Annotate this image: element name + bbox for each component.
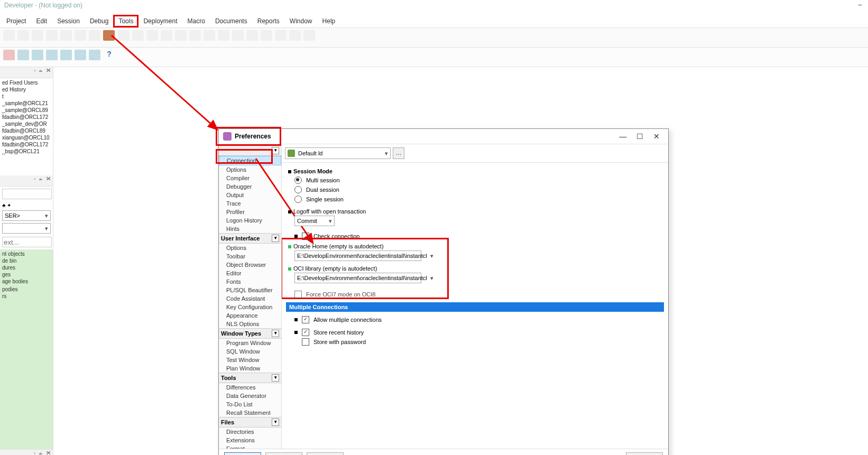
list-item[interactable]: _sample_dev@OR bbox=[1, 120, 52, 127]
tree-item-connection[interactable]: Connection bbox=[219, 156, 281, 165]
oracle-home-dropdown[interactable]: E:\DevelopEnvironment\oracleclientinstal… bbox=[294, 250, 421, 261]
tb-icon-13[interactable] bbox=[175, 30, 187, 41]
help-icon[interactable]: ? bbox=[103, 50, 115, 58]
menu-edit[interactable]: Edit bbox=[32, 16, 51, 26]
list-item[interactable]: age bodies bbox=[1, 278, 52, 285]
list-item[interactable]: nt objects bbox=[1, 250, 52, 257]
tree-item[interactable]: Profiler bbox=[219, 208, 281, 216]
tree-item[interactable]: Logon History bbox=[219, 216, 281, 225]
menu-reports[interactable]: Reports bbox=[253, 16, 284, 26]
tree-item[interactable]: Differences bbox=[219, 383, 281, 392]
tb-icon-3[interactable] bbox=[32, 30, 43, 41]
dlg-maximize-icon[interactable]: ☐ bbox=[632, 132, 647, 141]
logoff-dropdown[interactable]: Commit▾ bbox=[294, 216, 335, 226]
menu-session[interactable]: Session bbox=[53, 16, 84, 26]
list-item[interactable]: fdadbin@ORCL89 bbox=[1, 127, 52, 134]
tb2-icon-2[interactable] bbox=[17, 50, 29, 60]
pane-header-3[interactable]: ▫ ⫨ ✕ bbox=[0, 450, 53, 455]
dlg-minimize-icon[interactable]: — bbox=[615, 132, 630, 141]
tb-icon-18[interactable] bbox=[246, 30, 258, 41]
list-item[interactable]: ed Fixed Users bbox=[1, 79, 52, 86]
tb-icon-7[interactable] bbox=[89, 30, 100, 41]
list-item[interactable]: t bbox=[1, 93, 52, 100]
menu-project[interactable]: Project bbox=[2, 16, 30, 26]
tb-icon-5[interactable] bbox=[60, 30, 72, 41]
tb2-icon-6[interactable] bbox=[75, 50, 86, 60]
tb-icon-19[interactable] bbox=[261, 30, 272, 41]
list-item[interactable]: _bsp@ORCL21 bbox=[1, 148, 52, 155]
menu-debug[interactable]: Debug bbox=[86, 16, 113, 26]
menu-deployment[interactable]: Deployment bbox=[139, 16, 181, 26]
menu-documents[interactable]: Documents bbox=[211, 16, 252, 26]
tb-icon-20[interactable] bbox=[275, 30, 287, 41]
filter-input[interactable] bbox=[2, 237, 52, 247]
tree-item[interactable]: Object Browser bbox=[219, 261, 281, 269]
dlg-close-icon[interactable]: ✕ bbox=[649, 132, 664, 141]
menu-window[interactable]: Window bbox=[285, 16, 317, 26]
tree-item[interactable]: Code Assistant bbox=[219, 294, 281, 303]
tree-item[interactable]: Format bbox=[219, 444, 281, 449]
window-controls[interactable]: – bbox=[855, 1, 865, 8]
tree-item[interactable]: Options bbox=[219, 165, 281, 174]
tree-item[interactable]: NLS Options bbox=[219, 320, 281, 328]
tb-icon-9[interactable] bbox=[118, 30, 130, 41]
tree-cat-windowtypes[interactable]: Window Types▾ bbox=[219, 328, 281, 339]
list-item[interactable]: _sample@ORCL21 bbox=[1, 100, 52, 107]
search-input-1[interactable] bbox=[2, 189, 52, 199]
tb-icon-12[interactable] bbox=[161, 30, 172, 41]
profile-dropdown[interactable]: Default ld ▾ bbox=[285, 147, 391, 159]
list-item[interactable]: _sample@ORCL89 bbox=[1, 107, 52, 114]
preferences-tree[interactable]: ▾ Connection Options Compiler Debugger O… bbox=[219, 144, 282, 449]
list-item[interactable]: podies bbox=[1, 286, 52, 293]
tb2-icon-3[interactable] bbox=[32, 50, 43, 60]
tree-item[interactable]: Output bbox=[219, 191, 281, 199]
tree-cat-tools[interactable]: Tools▾ bbox=[219, 373, 281, 383]
tree-item[interactable]: Toolbar bbox=[219, 252, 281, 261]
tree-item[interactable]: Directories bbox=[219, 428, 281, 436]
tree-item[interactable]: Program Window bbox=[219, 339, 281, 347]
tree-item[interactable]: Fonts bbox=[219, 277, 281, 286]
list-item[interactable]: xianguan@ORCL10 bbox=[1, 134, 52, 141]
tb2-icon-5[interactable] bbox=[60, 50, 72, 60]
tb-icon-2[interactable] bbox=[17, 30, 29, 41]
menu-help[interactable]: Help bbox=[318, 16, 340, 26]
radio-multi-session[interactable] bbox=[294, 177, 302, 184]
profile-more-button[interactable]: … bbox=[393, 147, 404, 159]
list-item[interactable]: dures bbox=[1, 264, 52, 271]
tree-item[interactable]: To-Do List bbox=[219, 400, 281, 408]
check-force-oci7[interactable] bbox=[294, 291, 302, 298]
tb-icon-15[interactable] bbox=[204, 30, 215, 41]
tb-icon-highlighted[interactable] bbox=[103, 30, 115, 41]
tb2-icon-7[interactable] bbox=[89, 50, 100, 60]
pane-header-2[interactable]: ▫ ⫨ ✕ bbox=[0, 175, 53, 187]
list-item[interactable]: fdadbin@ORCL172 bbox=[1, 114, 52, 120]
filter-dropdown[interactable]: ▾ bbox=[2, 223, 51, 234]
menu-macro[interactable]: Macro bbox=[183, 16, 209, 26]
cancel-button[interactable]: Cancel bbox=[265, 452, 302, 455]
tree-cat-ui[interactable]: User Interface▾ bbox=[219, 233, 281, 244]
connections-list[interactable]: ed Fixed Users ed History t _sample@ORCL… bbox=[0, 78, 53, 175]
apply-button[interactable]: Apply bbox=[307, 452, 344, 455]
help-button[interactable]: Help bbox=[626, 452, 663, 455]
menu-tools[interactable]: Tools bbox=[114, 16, 137, 26]
tree-item[interactable]: Options bbox=[219, 244, 281, 252]
tree-item[interactable]: SQL Window bbox=[219, 347, 281, 356]
tb-icon-6[interactable] bbox=[75, 30, 86, 41]
tree-item[interactable]: Editor bbox=[219, 269, 281, 277]
tree-item[interactable]: Key Configuration bbox=[219, 303, 281, 311]
dialog-title-bar[interactable]: Preferences — ☐ ✕ bbox=[219, 129, 668, 144]
radio-dual-session[interactable] bbox=[294, 186, 302, 193]
tree-item[interactable]: Test Window bbox=[219, 356, 281, 364]
tb-icon-11[interactable] bbox=[146, 30, 158, 41]
tree-item[interactable]: PL/SQL Beautifier bbox=[219, 286, 281, 294]
tb-icon-14[interactable] bbox=[189, 30, 201, 41]
list-item[interactable]: ges bbox=[1, 271, 52, 278]
owner-dropdown[interactable]: SER>▾ bbox=[2, 210, 51, 221]
list-item[interactable]: de bin bbox=[1, 257, 52, 264]
tb-icon-21[interactable] bbox=[289, 30, 301, 41]
tb-icon-17[interactable] bbox=[232, 30, 244, 41]
check-check-connection[interactable] bbox=[302, 233, 309, 240]
tree-item[interactable]: Debugger bbox=[219, 182, 281, 191]
tree-item[interactable]: Extensions bbox=[219, 436, 281, 444]
tree-item[interactable]: Recall Statement bbox=[219, 408, 281, 417]
